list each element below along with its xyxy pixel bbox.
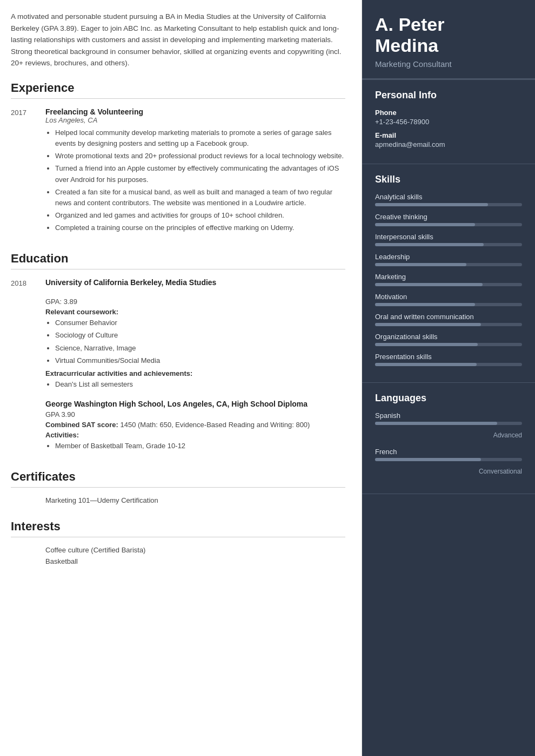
education-title: Education (11, 252, 345, 269)
education-item: George Washington High School, Los Angel… (11, 400, 345, 455)
skills-title: Skills (375, 174, 522, 185)
email-value: apmedina@email.com (375, 140, 522, 148)
edu-year: 2018 (11, 278, 37, 393)
edu-school: University of California Berkeley, Media… (45, 278, 345, 287)
skill-name: Organizational skills (375, 333, 522, 341)
sat-value: 1450 (Math: 650, Evidence-Based Reading … (120, 421, 310, 429)
job-location: Los Angeles, CA (45, 116, 345, 124)
language-level: Conversational (375, 468, 522, 475)
language-bar-bg (375, 458, 522, 461)
coursework-item: Consumer Behavior (55, 318, 345, 328)
languages-title: Languages (375, 393, 522, 404)
skill-bar-bg (375, 303, 522, 306)
edu-detail: University of California Berkeley, Media… (45, 278, 345, 393)
edu-school: George Washington High School, Los Angel… (45, 400, 345, 408)
language-bar-bg (375, 422, 522, 425)
personal-info-title: Personal Info (375, 90, 522, 101)
job-title: Freelancing & Volunteering (45, 107, 345, 116)
coursework-list: Consumer Behavior Sociology of Culture S… (45, 318, 345, 366)
email-label: E-mail (375, 131, 522, 139)
experience-section: Experience 2017 Freelancing & Volunteeri… (11, 81, 345, 237)
job-bullets: Helped local community develop marketing… (45, 127, 345, 233)
bullet-item: Created a fan site for a musical band, a… (55, 187, 345, 208)
skill-name: Motivation (375, 293, 522, 301)
bullet-item: Turned a friend into an Apple customer b… (55, 163, 345, 185)
extra-list: Dean's List all semesters (45, 379, 345, 390)
experience-year: 2017 (11, 107, 37, 237)
skill-bar-bg (375, 223, 522, 226)
education-section: Education 2018 University of California … (11, 252, 345, 455)
language-level: Advanced (375, 431, 522, 439)
experience-item: 2017 Freelancing & Volunteering Los Ange… (11, 107, 345, 237)
skill-name: Presentation skills (375, 353, 522, 361)
interest-item: Basketball (45, 557, 345, 565)
skill-bar-fill (375, 223, 475, 226)
languages-section: Languages SpanishAdvancedFrenchConversat… (362, 383, 535, 494)
cert-year (11, 496, 37, 504)
coursework-item: Science, Narrative, Image (55, 343, 345, 354)
skills-list: Analytical skillsCreative thinkingInterp… (375, 193, 522, 366)
skill-bar-fill (375, 283, 483, 286)
profile-name: A. PeterMedina (375, 14, 522, 56)
skill-bar-bg (375, 243, 522, 246)
profile-header: A. PeterMedina Marketing Consultant (362, 0, 535, 80)
skill-bar-bg (375, 363, 522, 366)
experience-detail: Freelancing & Volunteering Los Angeles, … (45, 107, 345, 237)
skill-bar-fill (375, 203, 488, 206)
phone-label: Phone (375, 109, 522, 117)
edu-gpa: GPA: 3.89 (45, 298, 345, 306)
interest-year (11, 546, 37, 569)
activities-label: Activities: (45, 431, 345, 439)
activities-list: Member of Basketball Team, Grade 10-12 (45, 441, 345, 451)
skill-bar-fill (375, 363, 477, 366)
skills-section: Skills Analytical skillsCreative thinkin… (362, 164, 535, 383)
summary-text: A motivated and personable student pursu… (11, 11, 345, 69)
sat-row: Combined SAT score: 1450 (Math: 650, Evi… (45, 421, 345, 429)
skill-name: Creative thinking (375, 213, 522, 221)
skill-bar-fill (375, 303, 475, 306)
skill-name: Oral and written communication (375, 313, 522, 321)
personal-info-section: Personal Info Phone +1-23-456-78900 E-ma… (362, 80, 535, 164)
skill-bar-fill (375, 243, 484, 246)
profile-title: Marketing Consultant (375, 59, 522, 69)
language-bar-fill (375, 458, 481, 461)
skill-bar-bg (375, 343, 522, 346)
coursework-item: Virtual Communities/Social Media (55, 355, 345, 366)
interests-title: Interests (11, 519, 345, 537)
education-item: 2018 University of California Berkeley, … (11, 278, 345, 393)
certificates-title: Certificates (11, 470, 345, 488)
bullet-item: Wrote promotional texts and 20+ professi… (55, 151, 345, 161)
cert-text: Marketing 101—Udemy Certification (45, 496, 345, 504)
skill-bar-bg (375, 283, 522, 286)
bullet-item: Organized and led games and activities f… (55, 210, 345, 221)
coursework-label: Relevant coursework: (45, 308, 345, 316)
sat-label: Combined SAT score: (45, 421, 120, 429)
skill-bar-fill (375, 263, 466, 266)
language-item: SpanishAdvanced (375, 411, 522, 439)
edu-gpa: GPA 3.90 (45, 410, 345, 418)
certificates-section: Certificates Marketing 101—Udemy Certifi… (11, 470, 345, 504)
activity-item: Member of Basketball Team, Grade 10-12 (55, 441, 345, 451)
left-column: A motivated and personable student pursu… (0, 0, 362, 756)
skill-bar-fill (375, 323, 481, 326)
skill-name: Leadership (375, 253, 522, 261)
bullet-item: Helped local community develop marketing… (55, 127, 345, 149)
language-name: French (375, 448, 522, 456)
skill-name: Marketing (375, 273, 522, 281)
extracurricular-label: Extracurricular activities and achieveme… (45, 369, 345, 377)
experience-title: Experience (11, 81, 345, 99)
skill-name: Interpersonal skills (375, 233, 522, 241)
interests-section: Interests Coffee culture (Certified Bari… (11, 519, 345, 569)
cert-detail: Marketing 101—Udemy Certification (45, 496, 345, 504)
bullet-item: Completed a training course on the princ… (55, 222, 345, 233)
skill-name: Analytical skills (375, 193, 522, 201)
skill-bar-bg (375, 203, 522, 206)
languages-list: SpanishAdvancedFrenchConversational (375, 411, 522, 475)
cert-item: Marketing 101—Udemy Certification (11, 496, 345, 504)
right-column: A. PeterMedina Marketing Consultant Pers… (362, 0, 535, 756)
skill-bar-fill (375, 343, 478, 346)
interest-detail: Coffee culture (Certified Barista) Baske… (45, 546, 345, 569)
edu-detail: George Washington High School, Los Angel… (45, 400, 345, 455)
language-item: FrenchConversational (375, 448, 522, 475)
extra-item: Dean's List all semesters (55, 379, 345, 390)
